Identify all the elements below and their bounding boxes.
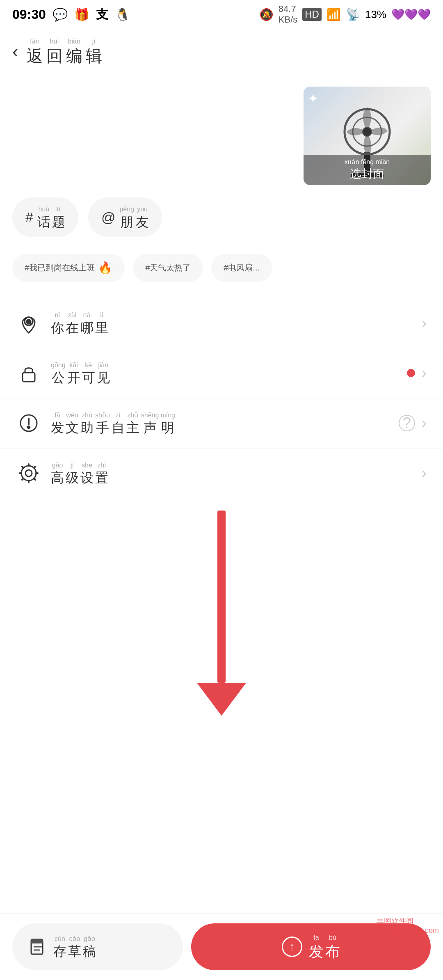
svg-line-19 <box>34 467 35 468</box>
gift-icon: 🎁 <box>74 7 89 22</box>
sparkle-icon: ✦ <box>308 91 319 106</box>
at-icon: @ <box>101 209 116 225</box>
svg-line-21 <box>34 479 35 480</box>
speed-display: 84.7KB/s <box>279 4 297 25</box>
visibility-arrow: › <box>422 364 427 382</box>
hd-icon: HD <box>302 8 322 21</box>
mention-button[interactable]: @ péng 朋 you 友 <box>88 197 162 237</box>
svg-rect-23 <box>31 939 43 943</box>
declaration-menu-item[interactable]: fā发 wén文 zhù助 shǒu手 zì自 zhǔ主 shēng声 míng… <box>0 398 443 449</box>
svg-rect-8 <box>23 373 35 382</box>
location-icon <box>16 311 41 336</box>
bell-icon: 🔕 <box>259 8 274 21</box>
visibility-dot <box>407 369 415 377</box>
upload-icon: ↑ <box>282 936 302 957</box>
hashtag-suggestions[interactable]: #我已到岗在线上班 🔥 #天气太热了 #电风扇... <box>0 250 443 294</box>
hashtag-button[interactable]: # huà 话 tí 题 <box>12 197 78 237</box>
advanced-arrow: › <box>422 465 427 482</box>
location-text: nǐ你 zài在 nǎ哪 lǐ里 <box>51 311 422 336</box>
alipay-icon: 支 <box>96 6 108 23</box>
svg-line-20 <box>22 479 23 480</box>
annotation-area <box>0 511 443 757</box>
visibility-menu-item[interactable]: gōng公 kāi开 kě可 jiàn见 › <box>0 348 443 398</box>
location-arrow: › <box>422 315 427 332</box>
header-char-4: jí 辑 <box>86 37 102 66</box>
qq-icon: 🐧 <box>115 7 130 22</box>
status-icons: 🔕 84.7KB/s HD 📶 📡 13% 💜💜💜 <box>259 4 431 25</box>
header-char-3: biān 编 <box>66 37 82 66</box>
status-bar: 09:30 💬 🎁 支 🐧 🔕 84.7KB/s HD 📶 📡 13% 💜💜💜 <box>0 0 443 29</box>
header-char-2: huí 回 <box>46 37 63 66</box>
visibility-text: gōng公 kāi开 kě可 jiàn见 <box>51 361 407 386</box>
wechat-icon: 💬 <box>53 7 68 22</box>
location-menu-item[interactable]: nǐ你 zài在 nǎ哪 lǐ里 › <box>0 298 443 348</box>
arrow-shaft <box>217 511 226 683</box>
hashtag-label: huà 话 tí 题 <box>37 205 65 230</box>
svg-point-5 <box>363 128 371 136</box>
draft-button[interactable]: cún存 cǎo草 gǎo稿 <box>12 923 183 970</box>
hashtag-text-1: #我已到岗在线上班 <box>25 262 95 273</box>
declaration-arrow: › <box>422 414 427 432</box>
draft-icon <box>29 938 47 956</box>
status-time: 09:30 💬 🎁 支 🐧 <box>12 6 130 23</box>
settings-icon <box>16 461 41 485</box>
arrow-head <box>197 683 246 716</box>
declaration-text: fā发 wén文 zhù助 shǒu手 zì自 zhǔ主 shēng声 míng… <box>51 411 399 436</box>
watermark: 丰图软件园www.dpfengtu.com <box>377 916 439 935</box>
hashtag-pill-2[interactable]: #天气太热了 <box>133 254 203 282</box>
header-char-1: fǎn 返 <box>27 37 43 66</box>
fire-icon: 🔥 <box>98 261 112 275</box>
svg-point-13 <box>25 470 32 476</box>
battery-display: 13% <box>365 8 386 21</box>
header: ‹ fǎn 返 huí 回 biān 编 jí 辑 <box>0 29 443 74</box>
draft-label: cún存 cǎo草 gǎo稿 <box>53 934 96 959</box>
cover-label[interactable]: xuǎn fēng miàn 选封面 <box>304 155 431 185</box>
down-arrow <box>197 511 246 716</box>
hash-icon: # <box>25 209 33 225</box>
time-display: 09:30 <box>12 7 46 22</box>
question-icon: ? <box>399 415 415 431</box>
header-title: fǎn 返 huí 回 biān 编 jí 辑 <box>27 37 102 66</box>
svg-line-18 <box>22 467 23 468</box>
svg-point-11 <box>28 426 30 428</box>
hashtag-text-3: #电风扇... <box>224 262 260 273</box>
cover-area: ✦ xuǎn fēn <box>0 74 443 193</box>
menu-section: nǐ你 zài在 nǎ哪 lǐ里 › gōng公 kāi开 kě可 jiàn见 … <box>0 294 443 502</box>
hashtag-pill-3[interactable]: #电风扇... <box>211 254 272 282</box>
advanced-text: gāo高 jí级 shè设 zhì置 <box>51 461 422 486</box>
mention-label: péng 朋 you 友 <box>119 205 149 230</box>
cover-thumbnail[interactable]: ✦ xuǎn fēn <box>304 87 431 185</box>
signal-icon: 📶 <box>327 8 341 21</box>
hashtag-pill-1[interactable]: #我已到岗在线上班 🔥 <box>12 254 125 282</box>
wifi-icon: 📡 <box>346 8 360 21</box>
warning-icon <box>16 411 41 435</box>
tag-area: # huà 话 tí 题 @ péng 朋 you 友 <box>0 193 443 250</box>
advanced-menu-item[interactable]: gāo高 jí级 shè设 zhì置 › <box>0 449 443 499</box>
lock-icon <box>16 361 41 385</box>
svg-point-7 <box>27 320 31 324</box>
back-button[interactable]: ‹ <box>12 41 18 62</box>
hearts-icon: 💜💜💜 <box>391 8 431 21</box>
hashtag-text-2: #天气太热了 <box>145 262 191 273</box>
publish-label: fā发 bù布 <box>309 933 340 960</box>
